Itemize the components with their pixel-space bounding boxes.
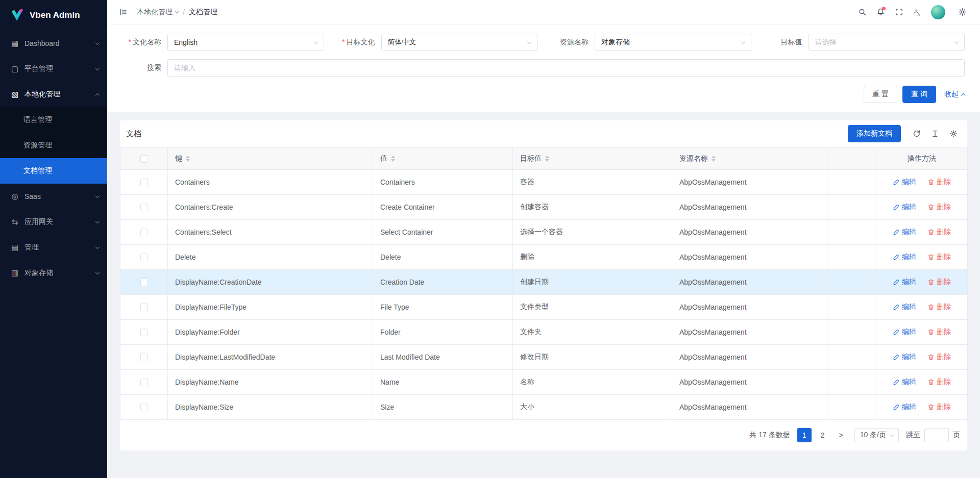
cell-resource: AbpOssManagement	[672, 320, 828, 345]
row-checkbox[interactable]	[140, 254, 148, 261]
edit-button[interactable]: 编辑	[893, 402, 916, 412]
sidebar-subitem-resource[interactable]: 资源管理	[0, 133, 107, 158]
table-row[interactable]: DisplayName:Folder Folder 文件夹 AbpOssMana…	[120, 320, 968, 345]
sort-icon[interactable]	[545, 156, 549, 162]
edit-button[interactable]: 编辑	[893, 378, 916, 387]
target-value-select[interactable]: 请选择	[808, 34, 965, 51]
edit-button[interactable]: 编辑	[893, 203, 916, 212]
cell-resource: AbpOssManagement	[672, 295, 828, 320]
culture-name-select[interactable]: English	[167, 34, 324, 51]
table-row[interactable]: Delete Delete 删除 AbpOssManagement 编辑 删除	[120, 245, 968, 270]
sidebar-subitem-language[interactable]: 语言管理	[0, 107, 107, 133]
cell-value: Delete	[373, 245, 513, 270]
table-row[interactable]: Containers:Select Select Container 选择一个容…	[120, 220, 968, 245]
logo[interactable]: Vben Admin	[0, 0, 107, 31]
edit-button[interactable]: 编辑	[893, 353, 916, 362]
delete-icon	[927, 304, 935, 311]
search-icon[interactable]	[853, 4, 871, 21]
row-checkbox[interactable]	[140, 204, 148, 211]
avatar[interactable]	[931, 5, 945, 19]
chevron-down-icon	[95, 193, 100, 197]
delete-button[interactable]: 删除	[927, 402, 951, 412]
cell-resource: AbpOssManagement	[672, 370, 828, 395]
delete-button[interactable]: 删除	[927, 353, 951, 362]
bell-icon[interactable]	[872, 4, 889, 21]
reset-button[interactable]: 重 置	[864, 86, 897, 103]
row-checkbox[interactable]	[140, 379, 148, 386]
table-row[interactable]: DisplayName:FileType File Type 文件类型 AbpO…	[120, 295, 968, 320]
edit-button[interactable]: 编辑	[893, 278, 916, 287]
cell-resource: AbpOssManagement	[672, 270, 828, 295]
add-document-button[interactable]: 添加新文档	[848, 125, 901, 142]
select-all-checkbox[interactable]	[140, 155, 148, 163]
edit-button[interactable]: 编辑	[893, 303, 916, 312]
row-height-icon[interactable]	[927, 126, 943, 141]
target-culture-select[interactable]: 简体中文	[381, 34, 538, 51]
row-checkbox[interactable]	[140, 404, 148, 411]
row-checkbox[interactable]	[140, 279, 148, 286]
table-row[interactable]: Containers:Create Create Container 创建容器 …	[120, 195, 968, 220]
sidebar-item-localization[interactable]: ▧ 本地化管理	[0, 82, 107, 107]
jump-page-input[interactable]	[924, 428, 949, 442]
sidebar-item-gateway[interactable]: ⇆ 应用网关	[0, 209, 107, 235]
column-header-actions: 操作方法	[876, 147, 968, 170]
next-page-button[interactable]: >	[834, 428, 848, 442]
resource-name-select[interactable]: 对象存储	[595, 34, 751, 51]
sidebar-item-label: Dashboard	[24, 39, 96, 47]
delete-button[interactable]: 删除	[927, 303, 951, 312]
search-input[interactable]	[167, 59, 965, 77]
refresh-icon[interactable]	[909, 126, 924, 141]
edit-button[interactable]: 编辑	[893, 328, 916, 337]
edit-icon	[893, 229, 900, 236]
delete-button[interactable]: 删除	[927, 378, 951, 387]
delete-button[interactable]: 删除	[927, 228, 951, 237]
page-button-1[interactable]: 1	[797, 428, 812, 442]
sidebar-item-dashboard[interactable]: ▦ Dashboard	[0, 31, 107, 56]
edit-button[interactable]: 编辑	[893, 178, 916, 187]
delete-button[interactable]: 删除	[927, 178, 951, 187]
row-checkbox[interactable]	[140, 179, 148, 186]
gear-icon[interactable]	[953, 4, 971, 21]
menu-fold-icon[interactable]	[114, 4, 132, 21]
table-row-highlighted[interactable]: DisplayName:CreationDate Creation Date 创…	[120, 270, 968, 295]
chevron-down-icon	[95, 270, 100, 274]
page-button-2[interactable]: 2	[816, 428, 830, 442]
edit-button[interactable]: 编辑	[893, 228, 916, 237]
table-row[interactable]: Containers Containers 容器 AbpOssManagemen…	[120, 170, 968, 195]
delete-button[interactable]: 删除	[927, 203, 951, 212]
cell-resource: AbpOssManagement	[672, 195, 828, 220]
sidebar-item-platform[interactable]: ▢ 平台管理	[0, 56, 107, 82]
sort-icon[interactable]	[712, 156, 716, 162]
sidebar-item-saas[interactable]: ◎ Saas	[0, 184, 107, 209]
fullscreen-icon[interactable]	[890, 4, 908, 21]
row-checkbox[interactable]	[140, 229, 148, 236]
translate-icon[interactable]	[909, 4, 926, 21]
page-size-select[interactable]: 10 条/页	[854, 428, 899, 442]
table-row[interactable]: DisplayName:LastModifiedDate Last Modifi…	[120, 345, 968, 370]
sidebar-item-storage[interactable]: ▥ 对象存储	[0, 260, 107, 286]
sidebar-subitem-document[interactable]: 文档管理	[0, 158, 107, 184]
delete-button[interactable]: 删除	[927, 278, 951, 287]
row-checkbox[interactable]	[140, 304, 148, 311]
sort-icon[interactable]	[186, 156, 190, 162]
query-button[interactable]: 查 询	[902, 86, 936, 103]
table-row[interactable]: DisplayName:Name Name 名称 AbpOssManagemen…	[120, 370, 968, 395]
delete-button[interactable]: 删除	[927, 328, 951, 337]
sidebar-item-management[interactable]: ▤ 管理	[0, 235, 107, 260]
column-settings-icon[interactable]	[946, 126, 961, 141]
jump-label: 跳至	[906, 431, 920, 440]
column-header-key: 键	[168, 147, 373, 170]
cell-value: Name	[373, 370, 513, 395]
row-checkbox[interactable]	[140, 354, 148, 361]
table-row[interactable]: DisplayName:Size Size 大小 AbpOssManagemen…	[120, 395, 968, 420]
logo-text: Vben Admin	[30, 10, 80, 20]
delete-button[interactable]: 删除	[927, 253, 951, 262]
collapse-toggle[interactable]: 收起	[944, 90, 965, 99]
breadcrumb-current: 文档管理	[189, 8, 217, 17]
filter-panel: *文化名称 English *目标文化 简体中文 资源名称	[107, 24, 980, 112]
breadcrumb-parent[interactable]: 本地化管理	[137, 8, 179, 17]
cell-key: DisplayName:FileType	[168, 295, 373, 320]
edit-button[interactable]: 编辑	[893, 253, 916, 262]
row-checkbox[interactable]	[140, 329, 148, 336]
sort-icon[interactable]	[391, 156, 395, 162]
